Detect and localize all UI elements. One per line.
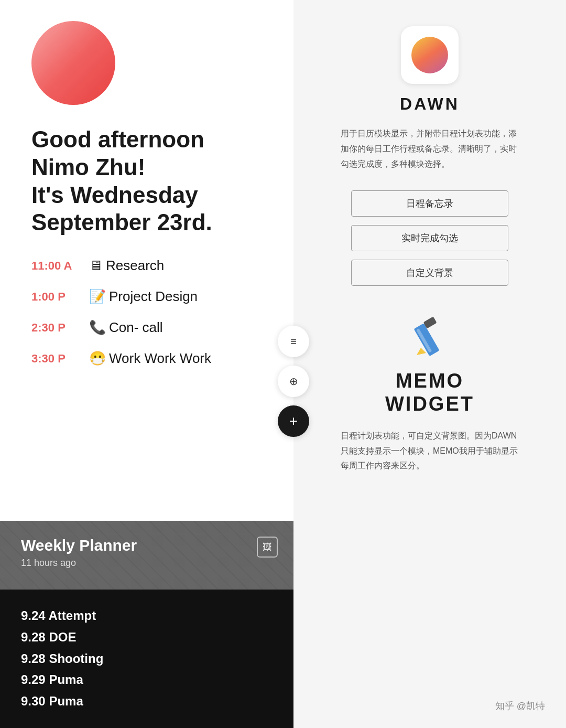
schedule-event: 😷 Work Work Work: [89, 350, 211, 367]
dawn-app-icon: [401, 26, 459, 84]
dawn-icon-circle: [411, 37, 448, 73]
menu-button[interactable]: ≡: [278, 326, 309, 357]
schedule-event: 📞 Con- call: [89, 319, 163, 336]
list-item: 11:00 A 🖥 Research: [31, 258, 262, 274]
schedule-time: 1:00 P: [31, 290, 79, 304]
list-item: 9.28 Shooting: [21, 648, 273, 670]
list-item: 2:30 P 📞 Con- call: [31, 319, 262, 336]
weekly-planner-time: 11 hours ago: [21, 558, 273, 569]
dawn-title: DAWN: [400, 94, 460, 114]
feature-btn-realtime[interactable]: 实时完成勾选: [351, 225, 508, 251]
right-panel: DAWN 用于日历模块显示，并附带日程计划表功能，添加你的每日工作行程或备忘录。…: [293, 0, 566, 521]
schedule-event: 📝 Project Design: [89, 288, 198, 305]
feature-btn-background[interactable]: 自定义背景: [351, 260, 508, 286]
dawn-description: 用于日历模块显示，并附带日程计划表功能，添加你的每日工作行程或备忘录。清晰明了，…: [341, 126, 519, 172]
list-item: 3:30 P 😷 Work Work Work: [31, 350, 262, 367]
list-item: 9.29 Puma: [21, 669, 273, 691]
floating-buttons: ≡ ⊕ +: [278, 326, 309, 437]
schedule-event: 🖥 Research: [89, 258, 164, 274]
target-button[interactable]: ⊕: [278, 366, 309, 397]
list-item: 9.30 Puma: [21, 691, 273, 712]
weekly-planner-content: Weekly Planner 11 hours ago 🖼: [0, 521, 293, 584]
image-icon: 🖼: [257, 537, 278, 558]
list-item: 9.24 Attempt: [21, 605, 273, 627]
add-button[interactable]: +: [278, 405, 309, 437]
svg-rect-0: [414, 324, 440, 357]
left-panel: Good afternoonNimo Zhu!It's WednesdaySep…: [0, 0, 293, 521]
right-bottom: 知乎 @凯特: [293, 521, 566, 728]
feature-btn-schedule[interactable]: 日程备忘录: [351, 190, 508, 217]
greeting-text: Good afternoonNimo Zhu!It's WednesdaySep…: [31, 126, 262, 237]
zhihu-credit: 知乎 @凯特: [495, 700, 545, 712]
schedule-time: 3:30 P: [31, 352, 79, 366]
weekly-planner-title: Weekly Planner: [21, 537, 273, 554]
weekly-planner: Weekly Planner 11 hours ago 🖼 9.24 Attem…: [0, 521, 293, 728]
list-item: 1:00 P 📝 Project Design: [31, 288, 262, 305]
memo-title: MEMOWIDGET: [385, 370, 474, 415]
app-icon: [31, 21, 115, 105]
list-item: 9.28 DOE: [21, 627, 273, 648]
memo-icon: [401, 312, 459, 370]
svg-marker-1: [417, 348, 426, 355]
schedule-time: 2:30 P: [31, 321, 79, 335]
planner-list: 9.24 Attempt 9.28 DOE 9.28 Shooting 9.29…: [0, 590, 293, 728]
feature-buttons: 日程备忘录 实时完成勾选 自定义背景: [351, 190, 508, 286]
schedule-list: 11:00 A 🖥 Research 1:00 P 📝 Project Desi…: [31, 258, 262, 500]
memo-description: 日程计划表功能，可自定义背景图。因为DAWN只能支持显示一个模块，MEMO我用于…: [341, 429, 519, 474]
schedule-time: 11:00 A: [31, 259, 79, 273]
